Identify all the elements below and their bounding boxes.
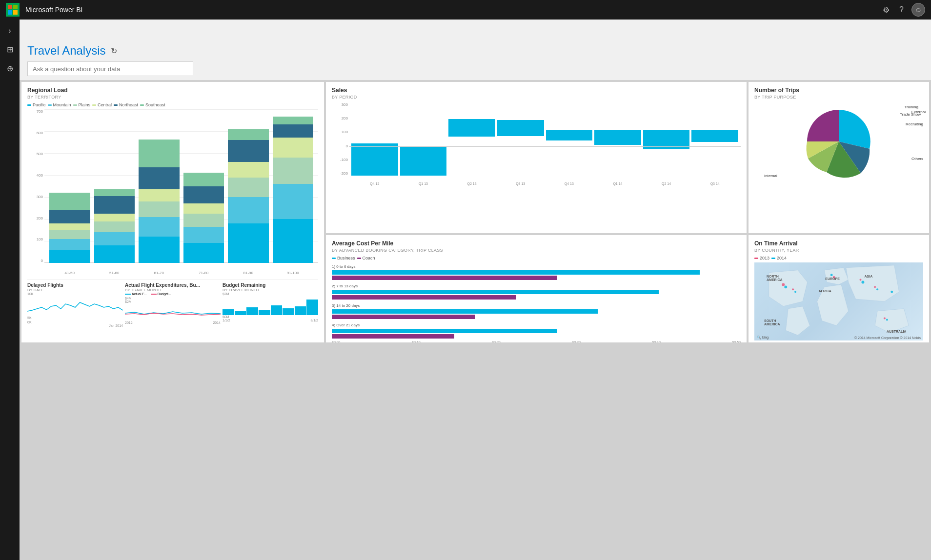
bar-group-2[interactable] <box>94 109 135 263</box>
qa-input[interactable] <box>27 61 193 76</box>
app-title: Microsoft Power BI <box>25 6 82 14</box>
sales-subtitle: BY PERIOD <box>332 95 741 100</box>
hbar-business-2[interactable] <box>332 290 659 294</box>
avg-cost-title: Average Cost Per Mile <box>332 240 741 247</box>
hbar-business-3[interactable] <box>332 309 598 314</box>
map-container: NORTHAMERICA SOUTHAMERICA EUROPE AFRICA … <box>754 262 923 340</box>
sales-bar-q313[interactable] <box>497 120 544 136</box>
help-icon[interactable]: ? <box>897 3 906 16</box>
budget-remaining-mini: Budget Remaining BY TRAVEL MONTH $2M $0M <box>223 282 318 327</box>
svg-point-5 <box>792 288 794 290</box>
svg-point-13 <box>861 280 864 283</box>
hbar-coach-4[interactable] <box>332 334 454 339</box>
sales-bar-q114[interactable] <box>594 130 641 145</box>
sales-bar-q314[interactable] <box>691 130 738 142</box>
bookmark-icon[interactable]: ⊞ <box>2 42 18 57</box>
svg-point-11 <box>794 291 796 293</box>
actual-expenditures-mini: Actual Flight Expenditures, Bu... BY TRA… <box>125 282 221 327</box>
top-navigation: Microsoft Power BI ⚙ ? ☺ <box>0 0 931 20</box>
svg-rect-0 <box>8 5 12 9</box>
search-icon[interactable]: ⊕ <box>2 61 18 76</box>
bar-group-6[interactable] <box>273 109 314 263</box>
trips-subtitle: BY TRIP PURPOSE <box>754 95 923 100</box>
svg-point-15 <box>891 291 893 293</box>
regional-load-title: Regional Load <box>27 87 318 94</box>
hbar-coach-1[interactable] <box>332 276 557 280</box>
svg-point-10 <box>784 285 787 288</box>
on-time-title: On Time Arrival <box>754 240 923 247</box>
app-logo <box>6 3 20 17</box>
bar-group-5[interactable] <box>228 109 269 263</box>
main-content: Travel Analysis ↻ Regional Load BY TERRI… <box>20 39 931 560</box>
avg-cost-card: Average Cost Per Mile BY ADVANCED BOOKIN… <box>326 235 747 342</box>
regional-load-legend: Pacific Mountain Plains Central Northeas… <box>27 102 318 107</box>
hbar-coach-2[interactable] <box>332 295 516 300</box>
bar-group-1[interactable] <box>49 109 90 263</box>
on-time-subtitle: BY COUNTRY, YEAR <box>754 248 923 253</box>
delayed-flights-mini: Delayed Flights BY DATE 10K 5K 0K Jan 2 <box>27 282 123 327</box>
svg-point-8 <box>874 286 876 288</box>
sales-bar-q412[interactable] <box>351 143 398 176</box>
sales-title: Sales <box>332 87 741 94</box>
svg-point-9 <box>884 318 886 320</box>
sales-bar-q413[interactable] <box>546 130 593 140</box>
svg-point-16 <box>886 319 888 321</box>
user-avatar[interactable]: ☺ <box>911 3 925 17</box>
sales-card: Sales BY PERIOD 300 200 100 0 -100 -200 <box>326 82 747 233</box>
avg-cost-subtitle: BY ADVANCED BOOKING CATEGORY, TRIP CLASS <box>332 248 741 253</box>
sales-bar-q213[interactable] <box>448 119 495 137</box>
collapse-icon[interactable]: › <box>2 23 18 38</box>
number-trips-card: Number of Trips BY TRIP PURPOSE <box>749 82 929 233</box>
svg-point-12 <box>830 274 833 276</box>
on-time-legend: 2013 2014 <box>754 256 923 260</box>
bar-group-4[interactable] <box>183 109 224 263</box>
svg-point-4 <box>782 283 785 286</box>
hbar-business-1[interactable] <box>332 270 700 275</box>
svg-point-14 <box>876 288 878 290</box>
bar-group-3[interactable] <box>139 109 180 263</box>
hbar-coach-3[interactable] <box>332 315 475 319</box>
refresh-icon[interactable]: ↻ <box>111 46 117 56</box>
trips-title: Number of Trips <box>754 87 923 94</box>
avg-cost-legend: Business Coach <box>332 256 741 260</box>
sales-bar-q113[interactable] <box>400 146 447 176</box>
svg-rect-1 <box>13 5 18 9</box>
hbar-business-4[interactable] <box>332 329 557 333</box>
page-title: Travel Analysis <box>27 44 106 58</box>
left-sidebar: › ⊞ ⊕ <box>0 20 20 560</box>
regional-load-subtitle: BY TERRITORY <box>27 95 318 100</box>
on-time-card: On Time Arrival BY COUNTRY, YEAR 2013 20… <box>749 235 929 342</box>
svg-point-7 <box>860 279 862 281</box>
svg-rect-3 <box>13 10 18 15</box>
regional-load-card: Regional Load BY TERRITORY Pacific Mount… <box>21 82 324 342</box>
page-header: Travel Analysis ↻ <box>20 39 931 80</box>
svg-rect-2 <box>8 10 12 15</box>
pie-chart[interactable] <box>800 102 878 180</box>
settings-icon[interactable]: ⚙ <box>881 3 891 17</box>
